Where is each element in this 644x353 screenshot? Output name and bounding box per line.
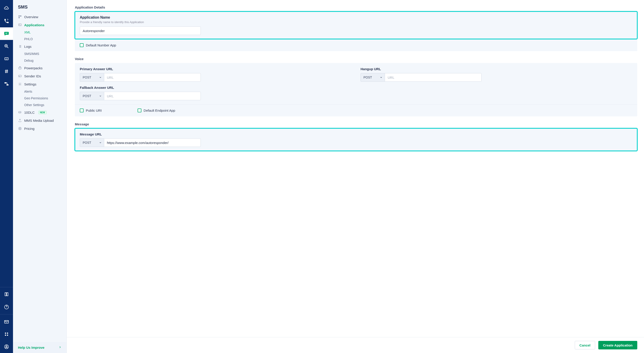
rail-numbers[interactable] (0, 65, 13, 78)
svg-point-23 (20, 84, 20, 85)
nav-mms-upload[interactable]: MMS Media Upload (13, 116, 66, 125)
default-number-app-check[interactable]: Default Number App (80, 43, 632, 47)
cancel-button[interactable]: Cancel (575, 341, 595, 349)
svg-rect-14 (7, 334, 8, 336)
create-application-button[interactable]: Create Application (598, 341, 637, 349)
svg-point-16 (6, 345, 7, 347)
svg-rect-22 (18, 75, 21, 77)
rail-voice[interactable] (0, 15, 13, 27)
phone-icon (4, 19, 9, 24)
dashboard-icon (18, 15, 22, 19)
rail-sip[interactable]: SIP (0, 53, 13, 65)
check-label: Default Endpoint App (144, 109, 175, 112)
svg-rect-11 (5, 332, 6, 334)
message-url-input[interactable] (104, 138, 201, 147)
terminal-icon (18, 23, 22, 27)
message-url-label: Message URL (80, 132, 632, 136)
nav-logs[interactable]: Logs (13, 42, 66, 51)
id-icon (18, 74, 22, 78)
checkbox-icon (80, 43, 84, 47)
nav-sub-phlo[interactable]: PHLO (13, 36, 66, 42)
default-number-app-row: Default Number App (75, 39, 637, 51)
public-uri-check[interactable]: Public URI (80, 109, 102, 112)
sidebar-nav: Overview Applications XML PHLO Logs SMS/… (13, 13, 66, 342)
svg-text:SIP: SIP (6, 58, 8, 60)
checkbox-icon (138, 109, 142, 112)
nav-sub-xml[interactable]: XML (13, 29, 66, 36)
nav-sub-alerts[interactable]: Alerts (13, 88, 66, 95)
hangup-url-method-select[interactable]: POST (360, 73, 385, 82)
svg-point-2 (7, 8, 8, 9)
hash-icon (4, 69, 9, 74)
primary-url-input[interactable] (104, 73, 201, 82)
envelope-money-icon: $ (4, 319, 9, 324)
dlc-icon: 123 (18, 110, 22, 114)
rail-sms[interactable] (0, 27, 13, 40)
avatar-icon (4, 344, 9, 349)
voice-urls-row: Primary Answer URL POST Fallback Answer … (75, 63, 637, 104)
rail-help[interactable] (0, 301, 13, 313)
upload-icon (18, 118, 22, 122)
section-title-message: Message (75, 122, 637, 126)
rail-account[interactable] (0, 340, 13, 353)
rail-billing[interactable]: $ (0, 315, 13, 328)
message-url-method-select[interactable]: POST (80, 138, 104, 147)
svg-text:123: 123 (19, 112, 20, 113)
nav-sub-geo[interactable]: Geo Permissions (13, 95, 66, 102)
nav-applications[interactable]: Applications (13, 21, 66, 29)
list-icon (18, 44, 22, 49)
method-value: POST (83, 76, 91, 79)
nav-senderids[interactable]: Sender IDs (13, 72, 66, 80)
nav-label: Logs (24, 45, 32, 49)
rail-integrations[interactable] (0, 78, 13, 90)
hangup-url-input[interactable] (385, 73, 482, 82)
main: Application Details Application Name Pro… (67, 0, 644, 353)
app-name-label: Application Name (80, 16, 632, 20)
svg-rect-6 (4, 82, 6, 83)
application-name-row: Application Name Provide a friendly name… (75, 12, 637, 39)
svg-rect-12 (7, 332, 8, 334)
action-bar: Cancel Create Application (67, 337, 644, 353)
help-improve[interactable]: Help Us Improve (13, 342, 66, 353)
nav-pricing[interactable]: Pricing (13, 125, 66, 133)
svg-rect-20 (18, 24, 21, 26)
panel-voice: Primary Answer URL POST Fallback Answer … (75, 63, 637, 116)
gear-icon (18, 82, 22, 86)
nav-powerpacks[interactable]: Powerpacks (13, 64, 66, 72)
default-endpoint-app-check[interactable]: Default Endpoint App (138, 109, 175, 112)
nav-overview[interactable]: Overview (13, 13, 66, 21)
new-badge: NEW (38, 111, 46, 114)
checkbox-icon (80, 109, 84, 112)
message-url-row: Message URL POST (75, 128, 637, 151)
nav-sub-debug[interactable]: Debug (13, 57, 66, 64)
nav-sub-other[interactable]: Other Settings (13, 102, 66, 108)
fallback-url-method-select[interactable]: POST (80, 92, 104, 100)
method-value: POST (364, 76, 372, 79)
fallback-url-label: Fallback Answer URL (80, 86, 352, 90)
hangup-url-label: Hangup URL (360, 67, 632, 71)
svg-rect-13 (5, 334, 6, 336)
package-icon (18, 66, 22, 70)
check-label: Public URI (86, 109, 102, 112)
svg-rect-21 (19, 67, 21, 69)
chevron-down-icon (99, 95, 102, 97)
sidebar-title: SMS (13, 0, 66, 13)
grid-icon (4, 331, 9, 337)
nav-10dlc[interactable]: 123 10DLC NEW (13, 108, 66, 116)
primary-url-method-select[interactable]: POST (80, 73, 104, 82)
nav-label: Pricing (24, 127, 34, 131)
method-value: POST (83, 94, 91, 98)
rail-lookup[interactable] (0, 40, 13, 53)
application-name-input[interactable] (80, 27, 201, 35)
rail-home[interactable] (0, 2, 13, 15)
nav-sub-smsmms[interactable]: SMS/MMS (13, 51, 66, 57)
nav-label: Overview (24, 15, 38, 19)
fallback-url-input[interactable] (104, 92, 201, 100)
nav-settings[interactable]: Settings (13, 80, 66, 88)
message-icon (4, 31, 9, 36)
svg-rect-19 (18, 17, 20, 18)
nav-label: Sender IDs (24, 74, 41, 78)
rail-apps[interactable] (0, 328, 13, 340)
rail-docs[interactable] (0, 288, 13, 301)
section-title-voice: Voice (75, 57, 637, 61)
